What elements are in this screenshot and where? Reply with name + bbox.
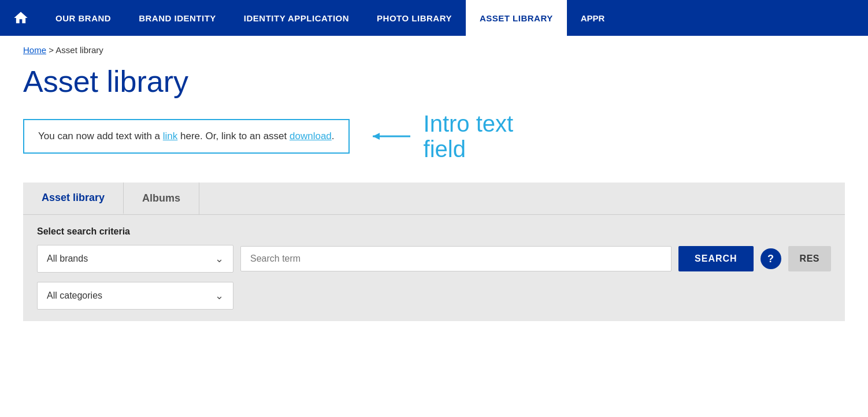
tabs-row: Asset library Albums (23, 183, 845, 215)
arrow-annotation: Intro textfield (367, 111, 514, 162)
search-button[interactable]: SEARCH (678, 246, 754, 271)
breadcrumb-current: Asset library (55, 45, 103, 55)
page-title: Asset library (23, 65, 845, 98)
brands-dropdown[interactable]: All brands ⌄ (37, 245, 233, 273)
nav-photo-library[interactable]: PHOTO LIBRARY (363, 0, 466, 36)
reset-button[interactable]: RES (788, 246, 831, 271)
intro-area: You can now add text with a link here. O… (23, 111, 845, 162)
intro-text-middle: here. Or, link to an asset (177, 131, 290, 142)
nav-appr-partial[interactable]: APPR (567, 0, 619, 36)
main-nav: OUR BRAND BRAND IDENTITY IDENTITY APPLIC… (0, 0, 868, 36)
categories-dropdown-value: All categories (47, 291, 102, 301)
home-nav-button[interactable] (0, 0, 42, 36)
page-content: Asset library You can now add text with … (0, 59, 868, 338)
search-section: Select search criteria All brands ⌄ SEAR… (23, 215, 845, 321)
intro-text-after: . (332, 131, 335, 142)
tab-albums[interactable]: Albums (124, 183, 199, 214)
intro-text-before-link: You can now add text with a (38, 131, 163, 142)
nav-brand-identity[interactable]: BRAND IDENTITY (125, 0, 230, 36)
brands-dropdown-value: All brands (47, 254, 88, 264)
intro-link1[interactable]: link (163, 131, 178, 142)
search-row: All brands ⌄ SEARCH ? RES (37, 245, 831, 273)
breadcrumb-home-link[interactable]: Home (23, 45, 46, 55)
intro-text-box[interactable]: You can now add text with a link here. O… (23, 119, 350, 154)
intro-link2[interactable]: download (290, 131, 332, 142)
categories-dropdown[interactable]: All categories ⌄ (37, 282, 233, 310)
tabs-section: Asset library Albums Select search crite… (23, 183, 845, 321)
annotation-label: Intro textfield (424, 111, 514, 162)
categories-row: All categories ⌄ (37, 282, 831, 310)
search-criteria-label: Select search criteria (37, 226, 831, 237)
search-term-input[interactable] (240, 246, 672, 271)
nav-our-brand[interactable]: OUR BRAND (42, 0, 125, 36)
brands-dropdown-arrow-icon: ⌄ (215, 252, 224, 265)
nav-identity-application[interactable]: IDENTITY APPLICATION (230, 0, 363, 36)
nav-asset-library[interactable]: ASSET LIBRARY (466, 0, 567, 36)
svg-marker-1 (373, 133, 380, 140)
home-icon (13, 10, 29, 26)
breadcrumb-separator: > (49, 45, 55, 55)
breadcrumb: Home > Asset library (0, 36, 868, 59)
help-button[interactable]: ? (761, 248, 781, 269)
annotation-arrow-icon (367, 125, 413, 148)
tab-asset-library[interactable]: Asset library (23, 183, 124, 214)
categories-dropdown-arrow-icon: ⌄ (215, 289, 224, 302)
